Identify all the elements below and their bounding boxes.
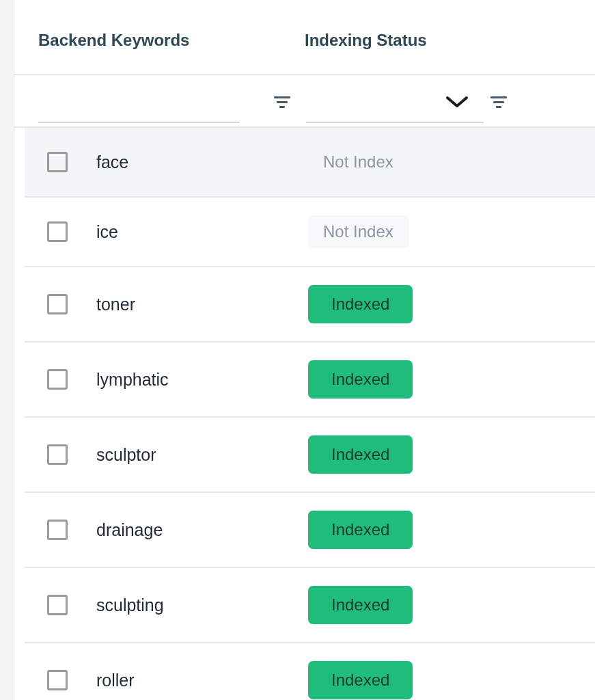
filter-cell-keywords — [38, 94, 291, 109]
keywords-table: Backend Keywords Indexing Status faceNot… — [14, 0, 595, 700]
keyword-text: toner — [96, 295, 308, 314]
filter-input-underline — [306, 122, 484, 123]
keyword-text: lymphatic — [96, 370, 308, 390]
status-badge-notindex: Not Index — [308, 215, 409, 248]
status-cell: Indexed — [308, 586, 595, 624]
table-row: drainageIndexed — [25, 493, 595, 568]
table-row: sculptingIndexed — [25, 568, 595, 643]
filter-icon[interactable] — [490, 94, 508, 109]
keyword-text: sculpting — [96, 595, 308, 615]
row-checkbox[interactable] — [47, 670, 68, 690]
filter-icon[interactable] — [273, 94, 291, 109]
table-row: lymphaticIndexed — [25, 342, 595, 418]
filter-cell-status — [291, 94, 595, 109]
status-cell: Indexed — [308, 435, 595, 474]
table-row: faceNot Index — [25, 128, 595, 198]
row-checkbox[interactable] — [47, 444, 68, 465]
table-header-row: Backend Keywords Indexing Status — [14, 0, 595, 75]
status-badge-indexed: Indexed — [308, 511, 413, 549]
status-cell: Indexed — [308, 360, 595, 399]
filter-row — [14, 75, 595, 128]
chevron-down-icon[interactable] — [445, 95, 469, 109]
status-cell: Not Index — [308, 146, 595, 178]
status-cell: Indexed — [308, 511, 595, 549]
status-cell: Indexed — [308, 661, 595, 699]
row-checkbox[interactable] — [47, 520, 68, 540]
table-row: tonerIndexed — [25, 267, 595, 342]
keyword-text: roller — [96, 671, 308, 690]
row-checkbox[interactable] — [47, 369, 68, 390]
table-row: sculptorIndexed — [25, 418, 595, 493]
row-checkbox[interactable] — [47, 152, 68, 172]
row-checkbox[interactable] — [47, 595, 68, 615]
status-badge-indexed: Indexed — [308, 661, 413, 699]
status-cell: Indexed — [308, 285, 595, 323]
status-badge-indexed: Indexed — [308, 435, 413, 474]
row-checkbox[interactable] — [47, 294, 68, 314]
keyword-text: face — [96, 152, 308, 172]
status-badge-indexed: Indexed — [308, 285, 413, 323]
keyword-text: sculptor — [96, 445, 308, 465]
table-row: rollerIndexed — [25, 643, 595, 700]
status-badge-indexed: Indexed — [308, 586, 413, 624]
row-checkbox[interactable] — [47, 221, 68, 242]
filter-input-underline — [38, 122, 240, 123]
table-row: iceNot Index — [25, 198, 595, 267]
table-body: faceNot IndexiceNot IndextonerIndexedlym… — [14, 128, 595, 700]
keyword-text: ice — [96, 222, 308, 242]
keyword-text: drainage — [96, 520, 308, 540]
status-cell: Not Index — [308, 215, 595, 248]
status-badge-notindex: Not Index — [308, 146, 409, 178]
header-indexing-status: Indexing Status — [305, 31, 595, 50]
header-backend-keywords: Backend Keywords — [38, 31, 305, 50]
status-badge-indexed: Indexed — [308, 360, 413, 399]
